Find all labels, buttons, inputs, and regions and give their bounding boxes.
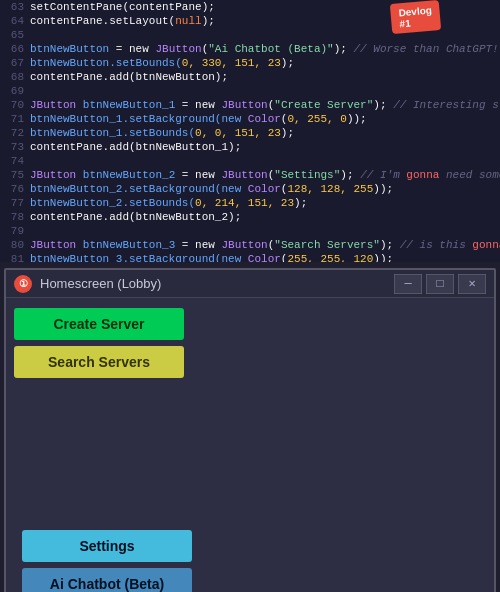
line-content: contentPane.add(btnNewButton_2);: [30, 210, 241, 224]
line-content: btnNewButton_2.setBackground(new Color(1…: [30, 182, 393, 196]
line-number: 74: [2, 154, 30, 168]
window-titlebar: ① Homescreen (Lobby) — □ ✕: [6, 270, 494, 298]
line-number: 77: [2, 196, 30, 210]
line-number: 68: [2, 70, 30, 84]
minimize-button[interactable]: —: [394, 274, 422, 294]
search-servers-button[interactable]: Search Servers: [14, 346, 184, 378]
titlebar-controls: — □ ✕: [394, 274, 486, 294]
code-line: 71btnNewButton_1.setBackground(new Color…: [0, 112, 500, 126]
titlebar-icon: ①: [14, 275, 32, 293]
code-line: 79: [0, 224, 500, 238]
spacer: [14, 384, 486, 524]
code-line: 80JButton btnNewButton_3 = new JButton("…: [0, 238, 500, 252]
ai-chatbot-button[interactable]: Ai Chatbot (Beta): [22, 568, 192, 592]
line-number: 70: [2, 98, 30, 112]
code-line: 76btnNewButton_2.setBackground(new Color…: [0, 182, 500, 196]
line-number: 81: [2, 252, 30, 262]
window-title: Homescreen (Lobby): [40, 276, 394, 291]
bottom-buttons-area: Settings Ai Chatbot (Beta): [14, 524, 486, 592]
code-line: 77btnNewButton_2.setBounds(0, 214, 151, …: [0, 196, 500, 210]
line-number: 76: [2, 182, 30, 196]
line-number: 80: [2, 238, 30, 252]
line-content: btnNewButton_3.setBackground(new Color(2…: [30, 252, 393, 262]
line-number: 65: [2, 28, 30, 42]
line-content: btnNewButton_1.setBounds(0, 0, 151, 23);: [30, 126, 294, 140]
app-window: ① Homescreen (Lobby) — □ ✕ Create Server…: [4, 268, 496, 592]
line-number: 79: [2, 224, 30, 238]
code-line: 78contentPane.add(btnNewButton_2);: [0, 210, 500, 224]
line-content: JButton btnNewButton_2 = new JButton("Se…: [30, 168, 500, 182]
line-number: 67: [2, 56, 30, 70]
settings-button[interactable]: Settings: [22, 530, 192, 562]
line-content: JButton btnNewButton_1 = new JButton("Cr…: [30, 98, 500, 112]
window-body: Create Server Search Servers Settings Ai…: [6, 298, 494, 592]
line-number: 71: [2, 112, 30, 126]
line-content: contentPane.add(btnNewButton_1);: [30, 140, 241, 154]
code-editor: Devlog#1 63setContentPane(contentPane);6…: [0, 0, 500, 262]
code-line: 74: [0, 154, 500, 168]
maximize-button[interactable]: □: [426, 274, 454, 294]
code-line: 72btnNewButton_1.setBounds(0, 0, 151, 23…: [0, 126, 500, 140]
line-number: 72: [2, 126, 30, 140]
line-content: btnNewButton_1.setBackground(new Color(0…: [30, 112, 367, 126]
code-line: 68contentPane.add(btnNewButton);: [0, 70, 500, 84]
line-number: 75: [2, 168, 30, 182]
line-number: 63: [2, 0, 30, 14]
line-content: btnNewButton = new JButton("Ai Chatbot (…: [30, 42, 499, 56]
line-number: 69: [2, 84, 30, 98]
code-line: 70JButton btnNewButton_1 = new JButton("…: [0, 98, 500, 112]
code-line: 75JButton btnNewButton_2 = new JButton("…: [0, 168, 500, 182]
line-number: 73: [2, 140, 30, 154]
code-line: 69: [0, 84, 500, 98]
line-number: 78: [2, 210, 30, 224]
line-content: setContentPane(contentPane);: [30, 0, 215, 14]
line-content: contentPane.add(btnNewButton);: [30, 70, 228, 84]
code-line: 73contentPane.add(btnNewButton_1);: [0, 140, 500, 154]
code-line: 67btnNewButton.setBounds(0, 330, 151, 23…: [0, 56, 500, 70]
line-content: btnNewButton_2.setBounds(0, 214, 151, 23…: [30, 196, 307, 210]
create-server-button[interactable]: Create Server: [14, 308, 184, 340]
devlog-badge: Devlog#1: [389, 0, 441, 34]
code-line: 66btnNewButton = new JButton("Ai Chatbot…: [0, 42, 500, 56]
line-content: btnNewButton.setBounds(0, 330, 151, 23);: [30, 56, 294, 70]
line-content: contentPane.setLayout(null);: [30, 14, 215, 28]
line-number: 66: [2, 42, 30, 56]
code-line: 81btnNewButton_3.setBackground(new Color…: [0, 252, 500, 262]
close-button[interactable]: ✕: [458, 274, 486, 294]
line-number: 64: [2, 14, 30, 28]
line-content: JButton btnNewButton_3 = new JButton("Se…: [30, 238, 500, 252]
